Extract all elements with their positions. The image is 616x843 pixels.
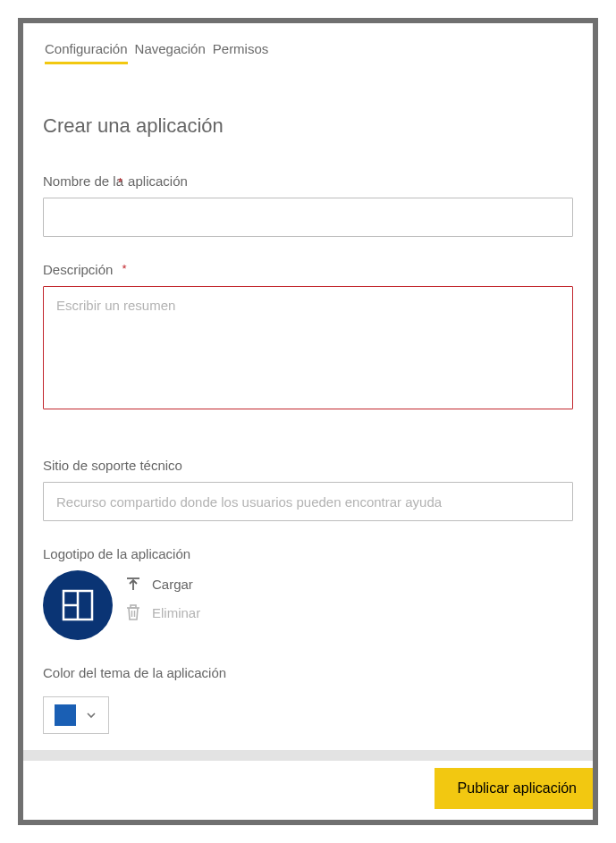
upload-logo-button[interactable]: Cargar xyxy=(125,576,200,592)
theme-color-field-group: Color del tema de la aplicación xyxy=(43,665,573,734)
support-site-label: Sitio de soporte técnico xyxy=(43,458,573,473)
description-input[interactable] xyxy=(43,286,573,409)
delete-logo-label: Eliminar xyxy=(152,605,200,620)
logo-field-group: Logotipo de la aplicación xyxy=(43,546,573,640)
upload-icon xyxy=(125,576,141,592)
form-section: Crear una aplicación Nombre de la*aplica… xyxy=(23,66,593,734)
app-name-label: Nombre de la*aplicación xyxy=(43,173,573,189)
tab-navegacion[interactable]: Navegación xyxy=(135,39,206,64)
publish-app-button[interactable]: Publicar aplicación xyxy=(435,768,593,809)
logo-actions: Cargar Eliminar xyxy=(125,570,200,620)
dialog-frame: Configuración Navegación Permisos Crear … xyxy=(18,18,598,825)
delete-logo-button: Eliminar xyxy=(125,604,200,620)
app-name-field-group: Nombre de la*aplicación xyxy=(43,173,573,237)
required-indicator-icon: * xyxy=(122,262,127,275)
footer-divider xyxy=(23,750,593,761)
description-label-text: Descripción xyxy=(43,262,113,277)
description-label: Descripción * xyxy=(43,262,573,277)
app-name-label-part2: aplicación xyxy=(128,173,188,189)
tab-configuracion[interactable]: Configuración xyxy=(45,39,128,64)
required-indicator-icon: * xyxy=(118,175,122,189)
app-name-input[interactable] xyxy=(43,198,573,237)
tab-permisos[interactable]: Permisos xyxy=(213,39,269,64)
app-logo-icon xyxy=(62,589,94,621)
tab-bar: Configuración Navegación Permisos xyxy=(23,39,593,66)
logo-label: Logotipo de la aplicación xyxy=(43,546,573,561)
support-site-field-group: Sitio de soporte técnico xyxy=(43,458,573,521)
logo-row: Cargar Eliminar xyxy=(43,570,573,640)
theme-color-label: Color del tema de la aplicación xyxy=(43,665,573,680)
support-site-input[interactable] xyxy=(43,482,573,521)
app-logo-avatar xyxy=(43,570,113,640)
app-name-label-part1: Nombre de la xyxy=(43,173,123,189)
chevron-down-icon xyxy=(85,709,97,721)
theme-color-picker[interactable] xyxy=(43,696,109,734)
dialog-content: Configuración Navegación Permisos Crear … xyxy=(23,23,593,734)
theme-color-swatch xyxy=(55,704,76,726)
upload-logo-label: Cargar xyxy=(152,577,193,592)
page-title: Crear una aplicación xyxy=(43,114,573,138)
svg-rect-6 xyxy=(131,605,136,608)
description-field-group: Descripción * xyxy=(43,262,573,413)
trash-icon xyxy=(125,604,141,620)
